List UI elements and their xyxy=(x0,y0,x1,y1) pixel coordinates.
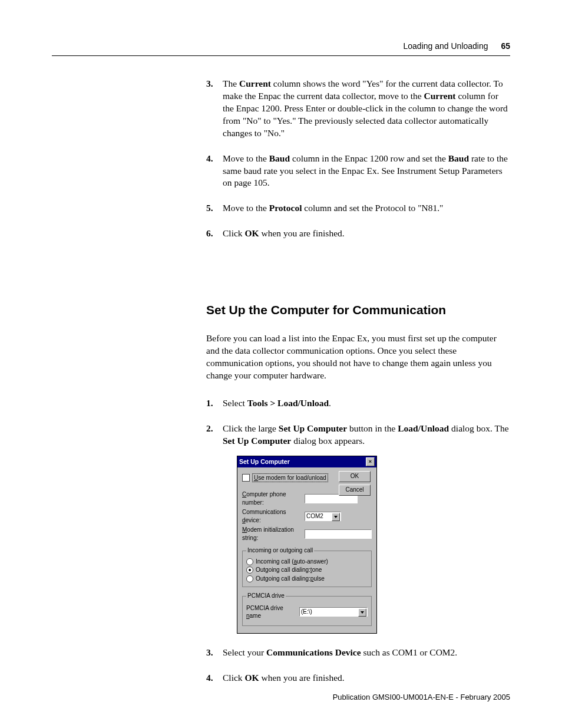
modem-init-row: Modem initialization string: xyxy=(242,526,372,542)
intro-paragraph: Before you can load a list into the Enpa… xyxy=(206,332,510,382)
comm-device-row: Communications device: COM2 xyxy=(242,508,372,524)
comm-device-select[interactable]: COM2 xyxy=(305,512,341,521)
radio-outgoing-pulse[interactable]: Outgoing call dialing: pulse xyxy=(246,575,368,583)
footer-publication: Publication GMSI00-UM001A-EN-E - Februar… xyxy=(333,693,510,701)
close-icon[interactable]: × xyxy=(366,457,375,466)
cancel-button[interactable]: Cancel xyxy=(339,485,371,496)
radio-icon[interactable] xyxy=(246,558,253,565)
pcmcia-drive-select[interactable]: (E:\) xyxy=(299,607,368,617)
step-4: 4. Move to the Baud column in the Enpac … xyxy=(206,153,510,190)
chevron-down-icon[interactable] xyxy=(358,608,366,617)
dialog-title: Set Up Computer xyxy=(239,457,290,466)
section-heading: Set Up the Computer for Communication xyxy=(206,302,510,318)
header-section: Loading and Unloading xyxy=(404,41,488,51)
header-page-number: 65 xyxy=(501,41,510,51)
radio-incoming[interactable]: Incoming call (auto-answer) xyxy=(246,558,368,566)
svg-marker-0 xyxy=(334,516,338,518)
step2-2: 2. Click the large Set Up Computer butto… xyxy=(206,423,510,634)
setup-computer-dialog: Set Up Computer × OK Cancel Use modem fo… xyxy=(237,456,377,634)
page-header: Loading and Unloading 65 xyxy=(52,41,510,56)
step2-3: 3. Select your Communications Device suc… xyxy=(206,647,510,659)
radio-outgoing-tone[interactable]: Outgoing call dialing: tone xyxy=(246,566,368,574)
radio-icon[interactable] xyxy=(246,566,253,574)
step-5: 5. Move to the Protocol column and set t… xyxy=(206,202,510,215)
dialog-titlebar: Set Up Computer × xyxy=(237,456,376,467)
ok-button[interactable]: OK xyxy=(339,471,371,482)
step2-4: 4. Click OK when you are finished. xyxy=(206,672,510,684)
step-6: 6. Click OK when you are finished. xyxy=(206,228,510,240)
step2-1: 1. Select Tools > Load/Unload. xyxy=(206,397,510,410)
pcmcia-group: PCMCIA drive PCMCIA drive name (E:\) xyxy=(242,592,372,626)
chevron-down-icon[interactable] xyxy=(332,513,340,521)
checkbox-icon[interactable] xyxy=(242,474,250,482)
call-direction-group: Incoming or outgoing call Incoming call … xyxy=(242,546,372,587)
modem-init-input[interactable] xyxy=(305,529,372,539)
radio-icon[interactable] xyxy=(246,575,253,582)
svg-marker-1 xyxy=(361,611,364,614)
step-3: 3. The Current column shows the word "Ye… xyxy=(206,78,510,140)
